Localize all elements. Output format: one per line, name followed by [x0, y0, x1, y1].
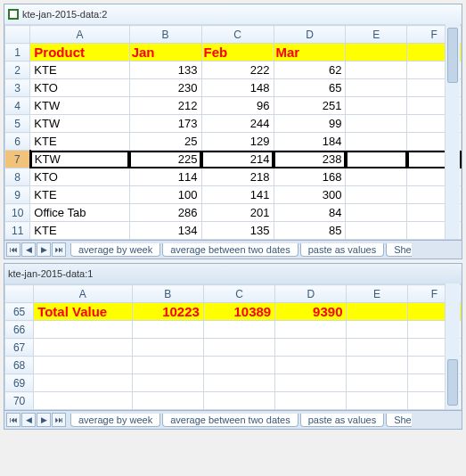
cell[interactable]: KTE: [30, 186, 129, 204]
cell[interactable]: 184: [274, 133, 346, 151]
cell[interactable]: 212: [129, 97, 201, 115]
cell[interactable]: [132, 339, 203, 357]
tab-nav-last-icon[interactable]: ⏭: [52, 242, 66, 257]
cell[interactable]: 201: [201, 204, 274, 222]
cell[interactable]: [34, 374, 132, 392]
table-row[interactable]: 7KTW225214238: [5, 151, 462, 168]
sheet-tab[interactable]: average by week: [70, 414, 160, 427]
cell[interactable]: [275, 392, 347, 410]
cell[interactable]: 135: [201, 222, 274, 240]
scrollbar-thumb[interactable]: [447, 28, 458, 83]
col-header[interactable]: E: [347, 285, 407, 303]
cell[interactable]: [34, 321, 132, 339]
table-row[interactable]: 8KTO114218168: [5, 168, 462, 186]
spreadsheet-grid[interactable]: A B C D E F 1 Product Jan Feb Mar 2KTE13…: [4, 25, 462, 240]
cell[interactable]: 62: [274, 62, 346, 79]
cell[interactable]: 168: [274, 168, 346, 186]
cell[interactable]: 230: [129, 79, 201, 97]
cell[interactable]: [132, 374, 203, 392]
sheet-tab[interactable]: average between two dates: [162, 243, 298, 257]
cell[interactable]: 133: [129, 62, 201, 79]
cell[interactable]: KTO: [30, 168, 129, 186]
cell[interactable]: [203, 339, 274, 357]
select-all-corner[interactable]: [5, 285, 34, 303]
column-header-row[interactable]: A B C D E F: [5, 26, 462, 44]
cell[interactable]: 9390: [275, 303, 347, 321]
cell[interactable]: [203, 357, 274, 374]
cell[interactable]: KTW: [30, 151, 129, 168]
cell[interactable]: 85: [274, 222, 346, 240]
cell[interactable]: 173: [129, 115, 201, 133]
sheet-tab[interactable]: average between two dates: [162, 414, 298, 427]
cell[interactable]: Jan: [129, 44, 201, 62]
cell[interactable]: KTE: [30, 222, 129, 240]
row-header[interactable]: 68: [5, 357, 34, 374]
table-row[interactable]: 70: [5, 392, 462, 410]
cell[interactable]: 141: [201, 186, 274, 204]
cell[interactable]: [347, 374, 407, 392]
cell[interactable]: 114: [129, 168, 201, 186]
tab-nav-prev-icon[interactable]: ◀: [21, 413, 36, 427]
scrollbar-thumb[interactable]: [447, 359, 458, 406]
cell[interactable]: 25: [129, 133, 201, 151]
cell[interactable]: [346, 133, 407, 151]
row-header[interactable]: 67: [5, 339, 34, 357]
vertical-scrollbar[interactable]: [445, 283, 460, 409]
cell[interactable]: Mar: [274, 44, 346, 62]
col-header[interactable]: B: [132, 285, 203, 303]
cell[interactable]: [34, 339, 132, 357]
cell[interactable]: KTW: [30, 97, 129, 115]
total-row[interactable]: 65 Total Value 10223 10389 9390: [5, 303, 462, 321]
sheet-tab[interactable]: She: [386, 414, 412, 427]
cell[interactable]: [347, 357, 407, 374]
tab-nav-next-icon[interactable]: ▶: [37, 242, 51, 257]
cell[interactable]: 99: [274, 115, 346, 133]
cell[interactable]: [346, 186, 407, 204]
spreadsheet-grid[interactable]: A B C D E F 65 Total Value 10223 10389 9…: [4, 284, 462, 410]
cell[interactable]: [346, 204, 407, 222]
cell[interactable]: [346, 44, 407, 62]
cell[interactable]: 10389: [203, 303, 274, 321]
cell[interactable]: 238: [274, 151, 346, 168]
cell[interactable]: 244: [201, 115, 274, 133]
tab-nav-first-icon[interactable]: ⏮: [6, 242, 20, 257]
cell[interactable]: 100: [129, 186, 201, 204]
col-header[interactable]: A: [34, 285, 132, 303]
cell[interactable]: [132, 321, 203, 339]
row-header[interactable]: 4: [5, 97, 30, 115]
cell[interactable]: [203, 392, 274, 410]
row-header[interactable]: 8: [5, 168, 30, 186]
row-header[interactable]: 6: [5, 133, 30, 151]
cell[interactable]: [346, 222, 407, 240]
row-header[interactable]: 5: [5, 115, 30, 133]
col-header[interactable]: E: [346, 26, 407, 44]
table-row[interactable]: 11KTE13413585: [5, 222, 462, 240]
table-row[interactable]: 3KTO23014865: [5, 79, 462, 97]
cell[interactable]: KTW: [30, 115, 129, 133]
tab-nav-prev-icon[interactable]: ◀: [21, 242, 36, 257]
cell[interactable]: 148: [201, 79, 274, 97]
cell[interactable]: KTO: [30, 79, 129, 97]
cell[interactable]: 65: [274, 79, 346, 97]
cell[interactable]: Office Tab: [30, 204, 129, 222]
cell[interactable]: [347, 339, 407, 357]
row-header[interactable]: 66: [5, 321, 34, 339]
row-header[interactable]: 70: [5, 392, 34, 410]
cell[interactable]: 225: [129, 151, 201, 168]
cell[interactable]: 96: [201, 97, 274, 115]
table-row[interactable]: 69: [5, 374, 462, 392]
sheet-tab[interactable]: She: [386, 243, 412, 257]
row-header[interactable]: 1: [5, 44, 30, 62]
table-row[interactable]: 68: [5, 357, 462, 374]
cell[interactable]: [347, 321, 407, 339]
cell[interactable]: Product: [30, 44, 129, 62]
cell[interactable]: [347, 392, 407, 410]
tab-nav-last-icon[interactable]: ⏭: [52, 413, 66, 427]
column-header-row[interactable]: A B C D E F: [5, 285, 462, 303]
cell[interactable]: 134: [129, 222, 201, 240]
cell[interactable]: 300: [274, 186, 346, 204]
cell[interactable]: [34, 357, 132, 374]
cell[interactable]: [34, 392, 132, 410]
row-header[interactable]: 9: [5, 186, 30, 204]
tab-nav-next-icon[interactable]: ▶: [37, 413, 51, 427]
